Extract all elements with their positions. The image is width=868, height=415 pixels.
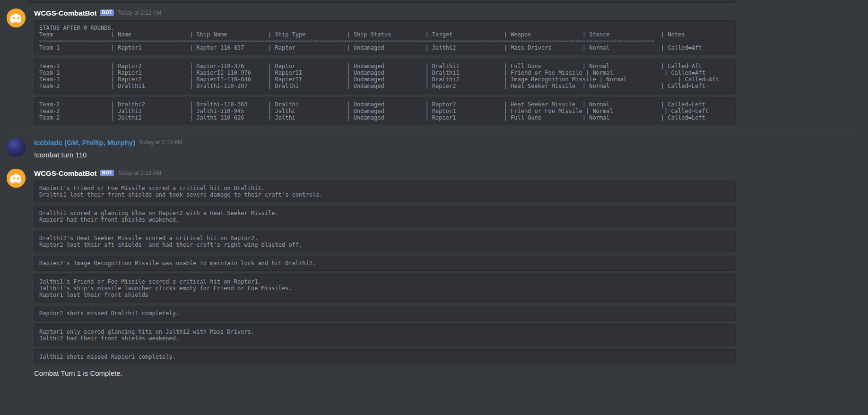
- combat-result-block: Rapier2's Image Recognition Missile was …: [34, 256, 736, 271]
- chat-area: WCGS-CombatBot BOT Today at 2:12 AM STAT…: [0, 0, 868, 415]
- author-name[interactable]: Iceblade (GM, Phillip, Murphy): [34, 138, 135, 147]
- combat-result-block: Dralthi2's Heat Seeker Missile scored a …: [34, 231, 736, 252]
- combat-result-block: Dralthi1 scored a glancing blow on Rapie…: [34, 206, 736, 227]
- bot-avatar[interactable]: [7, 169, 26, 188]
- bot-avatar[interactable]: [7, 9, 26, 27]
- timestamp: Today at 2:12 AM: [117, 9, 161, 16]
- message-header: WCGS-CombatBot BOT Today at 2:13 AM: [34, 168, 736, 178]
- combat-result-blocks: Rapier1's Friend or Foe Missile scored a…: [34, 181, 736, 364]
- message-divider: [9, 131, 859, 131]
- combat-result-block: Rapier1's Friend or Foe Missile scored a…: [34, 181, 736, 202]
- author-name[interactable]: WCGS-CombatBot: [34, 169, 96, 177]
- combat-result-block: Raptor1 only scored glancing hits on Jal…: [34, 324, 736, 346]
- user-avatar[interactable]: [7, 138, 26, 157]
- timestamp: Today at 2:13 AM: [117, 170, 161, 176]
- message-header: Iceblade (GM, Phillip, Murphy) Today at …: [34, 137, 736, 147]
- combat-complete-text: Combat Turn 1 is Complete.: [34, 368, 736, 379]
- discord-mascot-icon: [7, 169, 26, 188]
- author-name[interactable]: WCGS-CombatBot: [34, 9, 96, 17]
- status-table-team2-block: Team-2 | Dralthi2 | Dralthi-110-363 | Dr…: [34, 97, 736, 125]
- message-group-command: Iceblade (GM, Phillip, Murphy) Today at …: [0, 137, 868, 160]
- message-group-status: WCGS-CombatBot BOT Today at 2:12 AM STAT…: [0, 8, 868, 125]
- message-group-combat: WCGS-CombatBot BOT Today at 2:13 AM Rapi…: [0, 168, 868, 379]
- bot-badge: BOT: [100, 9, 114, 16]
- previous-code-block-edge: [27, 0, 736, 3]
- status-table-header-block: STATUS AFTER 0 ROUNDS. Team | Name | Shi…: [34, 20, 736, 55]
- status-table-team1-block: Team-1 | Raptor2 | Raptor-110-376 | Rapt…: [34, 59, 736, 94]
- combat-result-block: Jalthi1's Friend or Foe Missile scored a…: [34, 274, 736, 303]
- timestamp: Today at 2:13 AM: [139, 139, 182, 146]
- combat-result-block: Raptor2 shots missed Dralthi1 completely…: [34, 306, 736, 321]
- combat-result-block: Jalthi2 shots missed Rapier1 completely.: [34, 349, 736, 364]
- message-header: WCGS-CombatBot BOT Today at 2:12 AM: [34, 8, 736, 18]
- command-message-text: !combat turn 110: [34, 150, 736, 160]
- bot-badge: BOT: [100, 170, 114, 176]
- discord-mascot-icon: [7, 9, 26, 27]
